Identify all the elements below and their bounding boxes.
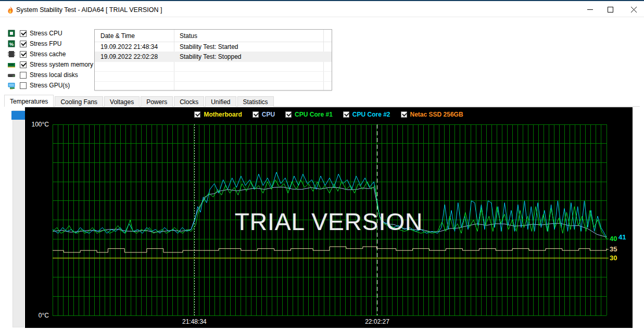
stress-option-label: Stress cache [30, 50, 66, 58]
table-row-empty [95, 82, 332, 92]
log-status: Stability Test: Stopped [180, 53, 242, 60]
trial-watermark: TRIAL VERSION [235, 208, 423, 236]
tab-powers[interactable]: Powers [141, 96, 173, 107]
svg-text:100°C: 100°C [32, 121, 49, 128]
legend-item-netac-ssd-256gb[interactable]: Netac SSD 256GB [401, 111, 463, 118]
svg-text:22:02:27: 22:02:27 [365, 318, 389, 325]
legend-label: CPU Core #1 [295, 111, 333, 118]
stress-option-label: Stress system memory [30, 61, 93, 68]
current-value-35: 35 [610, 245, 617, 253]
memory-icon [7, 60, 16, 69]
fpu-icon: % [7, 40, 16, 48]
tab-unified[interactable]: Unified [205, 96, 236, 107]
table-header: Date & Time Status [95, 30, 332, 42]
current-value-40: 40 [610, 235, 617, 243]
stress-option-stress-gpu-s-[interactable]: Stress GPU(s) [7, 80, 93, 91]
tab-voltages[interactable]: Voltages [104, 96, 140, 107]
cpu-icon [7, 29, 16, 37]
legend-item-cpu-core-1[interactable]: CPU Core #1 [285, 111, 333, 118]
stress-option-stress-local-disks[interactable]: Stress local disks [7, 70, 93, 80]
legend-checkbox[interactable] [343, 111, 349, 118]
close-button[interactable] [625, 2, 642, 17]
tab-clocks[interactable]: Clocks [174, 96, 204, 107]
stress-checkbox[interactable] [20, 51, 27, 58]
title-bar[interactable]: System Stability Test - AIDA64 [ TRIAL V… [0, 2, 644, 17]
stress-option-stress-system-memory[interactable]: Stress system memory [7, 59, 93, 70]
table-row[interactable]: 19.09.2022 21:48:34Stability Test: Start… [95, 42, 332, 52]
stress-checkbox[interactable] [20, 72, 27, 79]
current-value-30: 30 [610, 254, 617, 262]
tab-statistics[interactable]: Statistics [237, 96, 274, 107]
flame-app-icon [6, 6, 15, 14]
current-value-41: 41 [618, 233, 626, 241]
stress-option-label: Stress GPU(s) [30, 82, 70, 89]
legend-checkbox[interactable] [194, 111, 200, 118]
stress-option-stress-cache[interactable]: Stress cache [7, 49, 93, 59]
stress-option-label: Stress CPU [30, 30, 62, 37]
column-header-status[interactable]: Status [180, 32, 197, 40]
svg-text:%: % [9, 42, 14, 47]
chart-scale-track[interactable] [12, 110, 24, 327]
window-title: System Stability Test - AIDA64 [ TRIAL V… [16, 6, 162, 14]
close-icon [631, 7, 637, 12]
log-status: Stability Test: Started [180, 43, 238, 50]
column-header-datetime[interactable]: Date & Time [100, 32, 135, 40]
tab-cooling-fans[interactable]: Cooling Fans [55, 96, 103, 107]
legend-item-cpu[interactable]: CPU [252, 111, 275, 118]
legend-label: CPU Core #2 [352, 111, 390, 118]
maximize-button[interactable] [601, 2, 619, 17]
disk-icon [7, 71, 16, 79]
minimize-button[interactable] [581, 2, 599, 17]
svg-text:0°C: 0°C [39, 312, 49, 319]
maximize-icon [608, 7, 613, 12]
legend-checkbox[interactable] [285, 111, 292, 118]
stress-options-list: Stress CPU%Stress FPUStress cacheStress … [7, 28, 93, 91]
minimize-icon [587, 7, 593, 12]
legend-label: CPU [262, 111, 275, 118]
stress-option-stress-cpu[interactable]: Stress CPU [7, 28, 93, 39]
stress-checkbox[interactable] [20, 61, 27, 68]
legend-item-motherboard[interactable]: Motherboard [194, 111, 242, 118]
table-row-empty [95, 62, 332, 72]
stress-checkbox[interactable] [20, 41, 27, 47]
legend-item-cpu-core-2[interactable]: CPU Core #2 [343, 111, 390, 118]
stress-option-label: Stress FPU [30, 40, 61, 47]
event-log-table[interactable]: Date & Time Status 19.09.2022 21:48:34St… [94, 29, 332, 91]
stress-option-stress-fpu[interactable]: %Stress FPU [7, 39, 93, 49]
gpu-icon [7, 81, 16, 90]
stress-checkbox[interactable] [20, 30, 27, 37]
legend-checkbox[interactable] [252, 111, 259, 118]
chart-scale-slider[interactable] [11, 111, 25, 120]
tab-strip: TemperaturesCooling FansVoltagesPowersCl… [4, 95, 640, 107]
cache-icon [7, 50, 16, 58]
temperature-chart-panel: MotherboardCPUCPU Core #1CPU Core #2Neta… [25, 107, 633, 328]
chart-legend: MotherboardCPUCPU Core #1CPU Core #2Neta… [25, 111, 633, 118]
table-row[interactable]: 19.09.2022 22:02:28Stability Test: Stopp… [95, 52, 332, 62]
table-row-empty [95, 72, 332, 82]
log-datetime: 19.09.2022 22:02:28 [100, 53, 158, 60]
app-window: System Stability Test - AIDA64 [ TRIAL V… [0, 0, 644, 330]
legend-checkbox[interactable] [401, 111, 407, 118]
stress-option-label: Stress local disks [30, 71, 78, 79]
svg-text:21:48:34: 21:48:34 [182, 318, 207, 325]
tab-temperatures[interactable]: Temperatures [4, 95, 54, 107]
stress-checkbox[interactable] [20, 82, 27, 89]
log-datetime: 19.09.2022 21:48:34 [100, 43, 158, 50]
legend-label: Netac SSD 256GB [410, 111, 463, 118]
legend-label: Motherboard [204, 111, 242, 118]
